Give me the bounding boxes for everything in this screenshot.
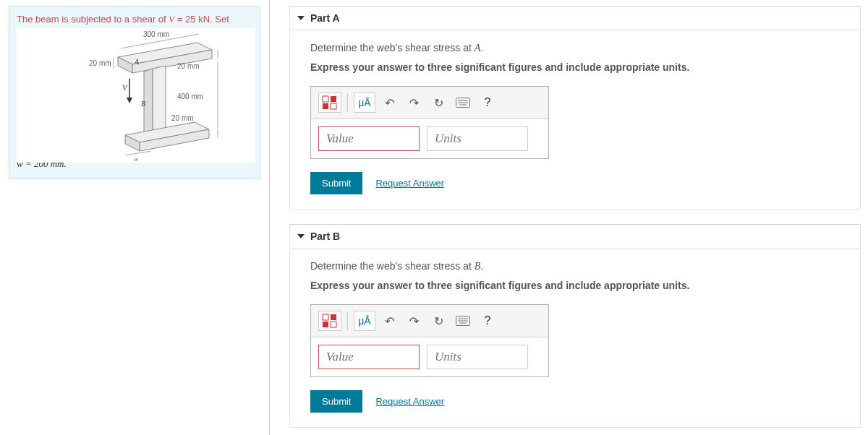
units-input[interactable] [427, 345, 528, 369]
svg-rect-28 [323, 322, 328, 327]
label-v: V [122, 83, 128, 92]
svg-rect-21 [331, 103, 336, 109]
units-input[interactable] [427, 126, 528, 151]
part-b-question: Determine the web's shear stress at B. [310, 260, 840, 272]
part-b-body: Determine the web's shear stress at B. E… [290, 249, 860, 427]
part-b-block: Part B Determine the web's shear stress … [289, 224, 861, 428]
part-a-instruction: Express your answer to three significant… [310, 61, 840, 73]
request-answer-link[interactable]: Request Answer [375, 178, 444, 189]
svg-rect-27 [331, 314, 336, 320]
template-icon[interactable] [318, 311, 341, 331]
part-b-question-prefix: Determine the web's shear stress at [310, 260, 475, 272]
units-button[interactable]: μÅ [354, 311, 375, 331]
part-a-input-row [311, 119, 548, 158]
label-left-dim: 20 mm [89, 59, 111, 67]
part-a-body: Determine the web's shear stress at A. E… [290, 30, 860, 209]
svg-text:w: w [134, 155, 138, 163]
part-b-title: Part B [310, 231, 340, 242]
reset-icon[interactable]: ↻ [427, 311, 449, 331]
reset-icon[interactable]: ↻ [427, 92, 449, 113]
label-right-top: 20 mm [177, 62, 200, 70]
part-b-toolbar: μÅ ↶ ↷ ↻ ? [311, 305, 548, 337]
label-right-bottom: 20 mm [171, 114, 194, 122]
part-b-header[interactable]: Part B [290, 225, 860, 249]
redo-icon[interactable]: ↷ [403, 311, 425, 331]
label-top-width: 300 mm [143, 30, 169, 38]
units-symbol: μÅ [358, 315, 370, 327]
svg-rect-20 [323, 103, 328, 109]
part-a-block: Part A Determine the web's shear stress … [289, 6, 861, 210]
submit-button[interactable]: Submit [310, 390, 362, 413]
part-a-title: Part A [310, 12, 340, 24]
template-icon[interactable] [318, 92, 341, 113]
part-a-toolbar: μÅ ↶ ↷ ↻ ? [311, 87, 548, 119]
value-input[interactable] [318, 345, 420, 369]
keyboard-icon[interactable] [452, 311, 474, 331]
part-a-header[interactable]: Part A [290, 7, 860, 30]
caret-down-icon [297, 16, 305, 20]
page-root: The beam is subjected to a shear of V = … [0, 0, 868, 435]
part-b-input-row [311, 337, 548, 376]
help-icon[interactable]: ? [477, 92, 498, 113]
problem-value: 25 kN [185, 14, 210, 25]
part-b-question-suffix: . [480, 260, 483, 272]
answer-panel: Part A Determine the web's shear stress … [289, 0, 868, 435]
part-b-answer-box: μÅ ↶ ↷ ↻ ? [310, 304, 549, 377]
svg-marker-15 [127, 98, 132, 103]
problem-prefix: The beam is subjected to a shear of [17, 14, 169, 25]
problem-box: The beam is subjected to a shear of V = … [9, 6, 260, 179]
problem-suffix: . Set [210, 14, 229, 25]
undo-icon[interactable]: ↶ [378, 311, 400, 331]
svg-rect-26 [323, 314, 328, 320]
svg-rect-29 [331, 322, 336, 327]
label-a: A [134, 58, 140, 66]
units-symbol: μÅ [358, 97, 370, 108]
toolbar-separator [347, 93, 348, 112]
panel-divider [269, 0, 289, 435]
problem-statement: The beam is subjected to a shear of V = … [17, 14, 252, 25]
part-b-instruction: Express your answer to three significant… [310, 280, 840, 291]
beam-figure: 300 mm 20 mm 20 mm 400 mm 20 mm V [17, 28, 255, 163]
svg-rect-19 [331, 96, 336, 102]
part-a-question-suffix: . [480, 42, 483, 53]
part-b-actions: Submit Request Answer [310, 390, 840, 413]
problem-panel: The beam is subjected to a shear of V = … [0, 0, 269, 435]
redo-icon[interactable]: ↷ [403, 92, 425, 113]
toolbar-separator [347, 311, 348, 330]
part-a-answer-box: μÅ ↶ ↷ ↻ ? [310, 86, 549, 159]
label-b: B [141, 100, 145, 108]
svg-marker-3 [153, 66, 166, 134]
part-a-question: Determine the web's shear stress at A. [310, 42, 840, 54]
part-a-question-prefix: Determine the web's shear stress at [310, 42, 475, 53]
request-answer-link[interactable]: Request Answer [375, 396, 444, 407]
part-a-actions: Submit Request Answer [310, 172, 840, 194]
keyboard-icon[interactable] [452, 92, 474, 113]
undo-icon[interactable]: ↶ [378, 92, 400, 113]
caret-down-icon [297, 234, 305, 238]
svg-rect-18 [323, 96, 328, 102]
value-input[interactable] [318, 126, 420, 151]
label-right-height: 400 mm [177, 92, 203, 100]
help-icon[interactable]: ? [477, 311, 498, 331]
problem-equals: = [174, 14, 185, 25]
units-button[interactable]: μÅ [354, 92, 375, 113]
submit-button[interactable]: Submit [310, 172, 362, 194]
